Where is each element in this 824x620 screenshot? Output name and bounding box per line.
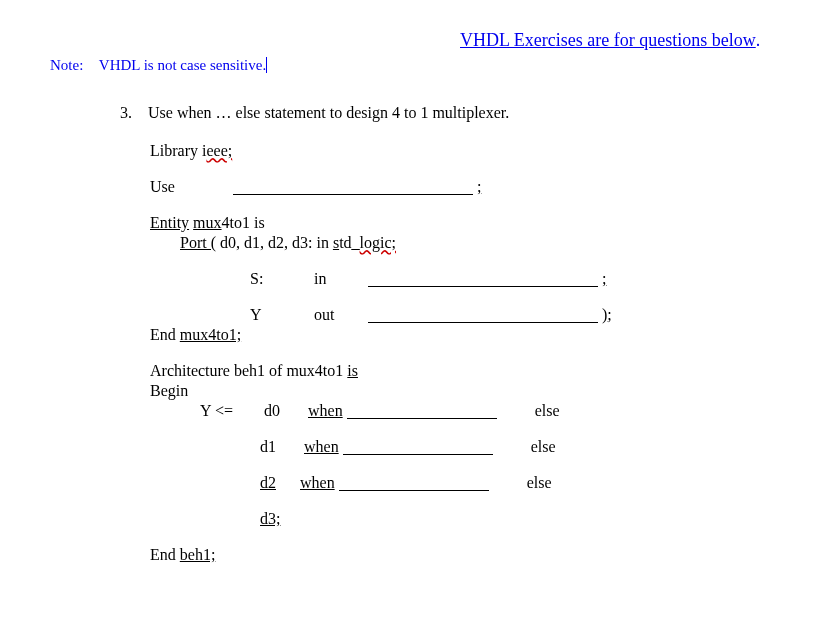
sig-y-dir: out [314, 306, 364, 324]
sig-s-name: S: [250, 270, 310, 288]
end-arch-kw: End [150, 546, 180, 563]
port-signals: d0, d1, d2, d3: in [216, 234, 333, 251]
assign-sig-2: d2 [260, 474, 276, 491]
assign-row-0: Y <= d0 when else [200, 402, 774, 420]
code-line-y: Y out ); [250, 306, 774, 324]
assign-when-2: when [300, 474, 335, 491]
code-line-entity: Entity mux4to1 is [150, 214, 774, 232]
end-entity-kw: End [150, 326, 180, 343]
arch-header-text: Architecture beh1 of mux4to1 [150, 362, 347, 379]
sig-y-name: Y [250, 306, 310, 324]
page-title: VHDL Exercises are for questions below [460, 30, 756, 51]
code-line-begin: Begin [150, 382, 774, 400]
entity-keyword: Entity [150, 214, 189, 231]
code-line-library: Library ieee; [150, 142, 774, 160]
assign-else-1: else [531, 438, 556, 455]
arch-header-is: is [347, 362, 358, 379]
blank-use[interactable] [233, 194, 473, 195]
code-line-end-arch: End beh1; [150, 546, 774, 564]
code-line-s: S: in ; [250, 270, 774, 288]
title-period: . [756, 30, 761, 50]
question-prompt-line: 3. Use when … else statement to design 4… [120, 104, 774, 122]
entity-name-ul: mux [193, 214, 221, 231]
question-prompt: Use when … else statement to design 4 to… [148, 104, 509, 121]
assign-sig-3: d3; [260, 510, 280, 527]
assign-when-0: when [308, 402, 343, 419]
title-wrap: VHDL Exercises are for questions below. [280, 30, 774, 55]
blank-s-type[interactable] [368, 286, 598, 287]
note-line: Note: VHDL is not case sensitive. [50, 57, 774, 74]
end-arch-name: beh1; [180, 546, 216, 563]
question-number: 3. [120, 104, 144, 122]
port-std-logic: logic; [360, 234, 396, 251]
assign-else-0: else [535, 402, 560, 419]
assign-sig-0: d0 [264, 402, 304, 420]
assign-row-3: d3; [260, 510, 774, 528]
assign-row-2: d2when else [260, 474, 774, 492]
text-cursor: . [262, 57, 267, 73]
begin-kw: Begin [150, 382, 188, 399]
code-line-arch-header: Architecture beh1 of mux4to1 is [150, 362, 774, 380]
code-line-port: Port ( d0, d1, d2, d3: in std_logic; [180, 234, 774, 252]
code-line-use: Use ; [150, 178, 774, 196]
assign-row-1: d1 when else [260, 438, 774, 456]
assign-else-2: else [527, 474, 552, 491]
blank-y-type[interactable] [368, 322, 598, 323]
library-keyword: Library [150, 142, 198, 159]
use-semicolon: ; [477, 178, 481, 195]
end-entity-name: mux4to1; [180, 326, 241, 343]
blank-when-0[interactable] [347, 418, 497, 419]
question-block: 3. Use when … else statement to design 4… [120, 104, 774, 564]
assign-sig-1: d1 [260, 438, 300, 456]
port-std-td: td [339, 234, 351, 251]
assign-when-1: when [304, 438, 339, 455]
library-name-wavy: eee; [206, 142, 232, 159]
sig-s-dir: in [314, 270, 364, 288]
note-text: VHDL is not case sensitive [99, 57, 263, 73]
use-keyword: Use [150, 178, 175, 195]
sig-y-tail-semi: ; [607, 306, 611, 323]
blank-when-2[interactable] [339, 490, 489, 491]
assign-lhs: Y <= [200, 402, 260, 420]
port-keyword: Port ( [180, 234, 216, 251]
blank-when-1[interactable] [343, 454, 493, 455]
sig-s-semicolon: ; [602, 270, 606, 287]
port-std-underscore: _ [352, 234, 360, 251]
note-label: Note: [50, 57, 83, 74]
code-line-end-entity: End mux4to1; [150, 326, 774, 344]
entity-name-rest: 4to1 is [222, 214, 265, 231]
assign-block: Y <= d0 when else d1 when else d2when el… [150, 402, 774, 528]
